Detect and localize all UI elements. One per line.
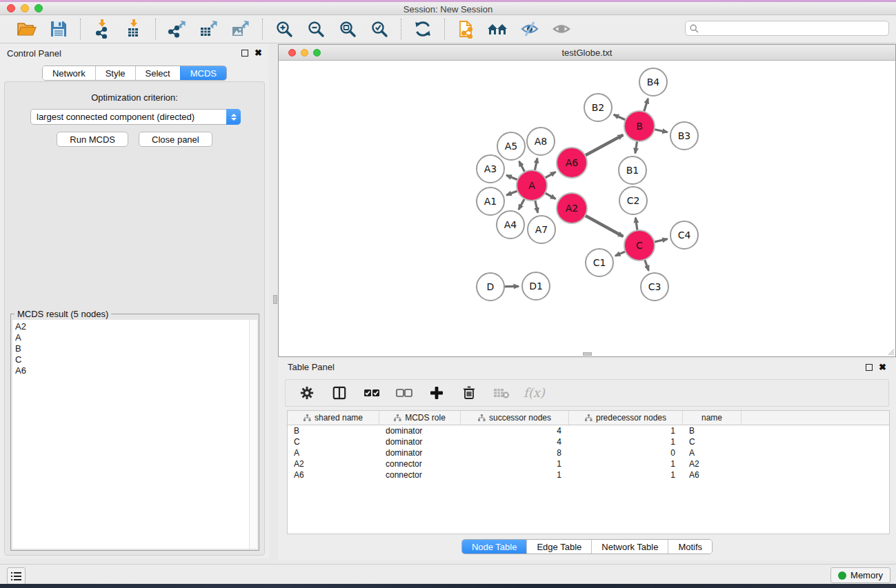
table-cell[interactable]: connector (379, 469, 461, 480)
network-canvas[interactable]: A A1 A2 A3 A4 A5 A6 A7 A8 B B1 B2 B3 B4 … (279, 61, 895, 356)
node-C1[interactable]: C1 (586, 249, 613, 276)
node-A4[interactable]: A4 (497, 211, 524, 239)
network-window-titlebar[interactable]: testGlobe.txt (279, 45, 895, 61)
node-C2[interactable]: C2 (619, 187, 647, 214)
search-input[interactable] (701, 22, 884, 34)
table-cell[interactable]: 1 (569, 469, 683, 480)
import-table-button[interactable] (121, 18, 147, 40)
node-A2[interactable]: A2 (557, 193, 587, 223)
table-cell[interactable]: A2 (288, 458, 379, 469)
splitter-handle-horizontal[interactable] (583, 352, 592, 356)
select-all-button[interactable] (363, 382, 381, 404)
import-network-button[interactable] (89, 18, 115, 40)
table-tab-network-table[interactable]: Network Table (591, 540, 668, 554)
table-cell[interactable]: dominator (379, 425, 461, 436)
result-item[interactable]: C (15, 354, 246, 365)
deselect-all-button[interactable] (395, 382, 413, 404)
table-cell[interactable]: A (683, 447, 741, 458)
table-tab-node-table[interactable]: Node Table (462, 540, 527, 554)
table-float-icon[interactable] (866, 364, 873, 371)
hide-selected-button[interactable] (517, 18, 543, 40)
column-header-name[interactable]: name (683, 411, 741, 425)
export-image-button[interactable] (228, 18, 254, 40)
node-B4[interactable]: B4 (639, 68, 667, 96)
table-cell[interactable]: connector (379, 458, 461, 469)
node-A7[interactable]: A7 (528, 216, 555, 243)
memory-button[interactable]: Memory (830, 567, 890, 583)
result-item[interactable]: A2 (15, 321, 246, 332)
mcds-result-list[interactable]: A2ABCA6 (12, 320, 249, 549)
refresh-layout-button[interactable] (410, 18, 436, 40)
tab-network[interactable]: Network (43, 66, 95, 80)
column-header-shared-name[interactable]: shared name (288, 411, 379, 425)
float-panel-icon[interactable] (241, 50, 248, 57)
table-cell[interactable]: 0 (569, 447, 683, 458)
search-box[interactable] (685, 21, 889, 36)
table-cell[interactable]: 1 (569, 436, 683, 447)
table-cell[interactable]: 4 (461, 436, 569, 447)
new-network-from-file-button[interactable] (453, 18, 479, 40)
table-tab-edge-table[interactable]: Edge Table (526, 540, 591, 554)
result-scrollbar[interactable] (249, 320, 257, 549)
save-session-button[interactable] (46, 18, 72, 40)
tab-mcds[interactable]: MCDS (180, 66, 226, 80)
close-panel-icon[interactable]: ✖ (255, 50, 262, 57)
tab-select[interactable]: Select (135, 66, 180, 80)
table-cell[interactable]: A (288, 447, 379, 458)
table-cell[interactable]: 1 (461, 469, 569, 480)
node-A8[interactable]: A8 (527, 128, 555, 155)
table-cell[interactable]: C (683, 436, 741, 447)
open-session-button[interactable] (14, 18, 40, 40)
node-B3[interactable]: B3 (670, 122, 698, 150)
zoom-fit-button[interactable] (335, 18, 361, 40)
close-panel-button[interactable]: Close panel (139, 132, 212, 147)
table-cell[interactable]: 1 (569, 425, 683, 436)
node-C4[interactable]: C4 (670, 221, 698, 249)
add-column-button[interactable] (428, 382, 446, 404)
criterion-dropdown[interactable]: largest connected component (directed) (30, 109, 241, 125)
node-A1[interactable]: A1 (477, 187, 504, 215)
zoom-out-button[interactable] (303, 18, 329, 40)
first-neighbors-button[interactable] (485, 18, 511, 40)
table-close-icon[interactable]: ✖ (879, 364, 886, 371)
table-cell[interactable]: 8 (461, 447, 569, 458)
table-row[interactable]: Cdominator41C (288, 436, 889, 447)
column-header-predecessor-nodes[interactable]: predecessor nodes (569, 411, 683, 425)
table-row[interactable]: Adominator80A (288, 447, 889, 458)
tab-style[interactable]: Style (95, 66, 135, 80)
node-A3[interactable]: A3 (477, 155, 504, 183)
task-history-button[interactable] (7, 567, 26, 585)
table-cell[interactable]: dominator (379, 436, 461, 447)
node-A5[interactable]: A5 (497, 132, 525, 160)
node-B2[interactable]: B2 (584, 94, 612, 121)
node-A6[interactable]: A6 (557, 148, 587, 178)
table-row[interactable]: A6connector11A6 (288, 469, 889, 480)
table-row[interactable]: A2connector11A2 (288, 458, 889, 469)
resize-grip[interactable] (886, 347, 895, 356)
zoom-in-button[interactable] (271, 18, 297, 40)
result-item[interactable]: A6 (15, 365, 246, 376)
splitter-handle-vertical[interactable] (273, 295, 277, 304)
column-header-MCDS-role[interactable]: MCDS role (379, 411, 461, 425)
export-network-button[interactable] (164, 18, 190, 40)
column-header-successor-nodes[interactable]: successor nodes (461, 411, 569, 425)
run-mcds-button[interactable]: Run MCDS (57, 132, 128, 147)
node-C3[interactable]: C3 (641, 273, 668, 301)
table-cell[interactable]: B (683, 425, 741, 436)
node-D1[interactable]: D1 (522, 272, 550, 300)
node-B1[interactable]: B1 (619, 156, 646, 184)
table-cell[interactable]: 4 (461, 425, 569, 436)
table-cell[interactable]: B (288, 425, 379, 436)
zoom-selected-button[interactable] (366, 18, 392, 40)
node-C[interactable]: C (624, 230, 655, 261)
table-cell[interactable]: dominator (379, 447, 461, 458)
table-settings-button[interactable] (298, 382, 316, 404)
result-item[interactable]: A (15, 332, 246, 343)
table-cell[interactable]: C (288, 436, 379, 447)
table-row[interactable]: Bdominator41B (288, 425, 889, 436)
table-cell[interactable]: A6 (683, 469, 741, 480)
table-cell[interactable]: 1 (461, 458, 569, 469)
table-cell[interactable]: 1 (569, 458, 683, 469)
table-tab-motifs[interactable]: Motifs (668, 540, 712, 554)
table-cell[interactable]: A6 (288, 469, 379, 480)
